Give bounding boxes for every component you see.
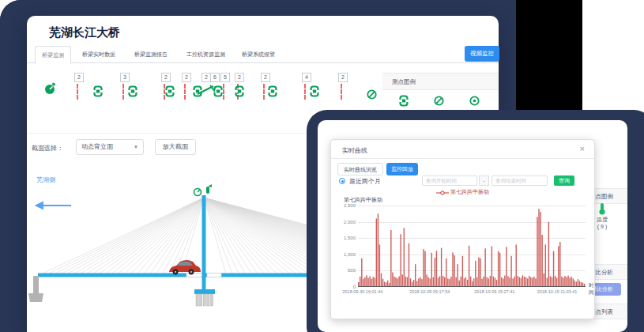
section-select-value: 动态背立面 <box>81 143 113 150</box>
crack-sensor-marker[interactable] <box>122 84 124 100</box>
main-tabbar: 桥梁监测桥梁实时数据桥梁监测报告工控机资源监测桥梁系统报警 <box>27 44 499 63</box>
y-tick-label: 2,500 <box>332 203 356 208</box>
x-tick-label: 2018-10-15 11:03:41 <box>537 289 578 294</box>
video-monitor-button[interactable]: 视频监控 <box>465 46 499 62</box>
main-tab-3[interactable]: 桥梁监测报告 <box>128 46 174 64</box>
range-radio-label: 最近两个月 <box>349 177 381 186</box>
link-sensor-icon[interactable] <box>310 85 319 100</box>
tower-piles <box>196 294 213 306</box>
sensor-count-badge[interactable]: 2 <box>74 73 84 82</box>
sensor-count-badge[interactable]: 5 <box>220 73 230 82</box>
enlarge-section-button[interactable]: 放大截面 <box>155 139 196 155</box>
tab-monitor-playback[interactable]: 监控回放 <box>386 163 418 175</box>
section-select-label: 截面选择： <box>32 144 63 153</box>
gauge-sensor-icon[interactable] <box>44 82 56 98</box>
x-tick-label: 2018-10-05 05:17:54 <box>409 289 450 294</box>
y-tick-label: 1,000 <box>332 252 356 257</box>
link-sensor-icon[interactable] <box>268 85 277 100</box>
crack-sensor-marker[interactable] <box>77 84 78 100</box>
chevron-down-icon: ▼ <box>134 140 138 154</box>
left-pier <box>28 276 43 302</box>
crack-sensor-marker[interactable] <box>263 84 265 100</box>
main-tab-2[interactable]: 桥梁实时数据 <box>76 46 122 64</box>
main-tab-5[interactable]: 桥梁系统报警 <box>235 46 281 64</box>
crack-sensor-marker[interactable] <box>184 84 186 100</box>
black-region <box>516 0 582 110</box>
car <box>169 260 201 274</box>
legend-ring-icon[interactable] <box>469 95 480 109</box>
crack-sensor-marker[interactable] <box>304 84 306 100</box>
deck-gap-left <box>186 274 202 277</box>
link-sensor-icon[interactable] <box>128 85 137 100</box>
ban-sensor-icon[interactable] <box>367 89 377 103</box>
x-axis-title: 时间 <box>589 282 594 296</box>
x-axis-line <box>358 286 586 287</box>
sensor-count-badge[interactable]: 3 <box>120 73 130 82</box>
link-sensor-icon[interactable] <box>93 85 103 100</box>
screenshot-stage: 芜湖长江大桥 桥梁监测桥梁实时数据桥梁监测报告工控机资源监测桥梁系统报警 视频监… <box>0 0 644 332</box>
sensor-count-badge[interactable]: 2 <box>261 73 270 82</box>
sensor-count-badge[interactable]: 2 <box>338 73 348 82</box>
sensor-count-badge[interactable]: 6 <box>210 73 220 82</box>
query-button[interactable]: 查询 <box>554 175 574 186</box>
deck-gap-right <box>207 274 221 277</box>
x-tick-label: 2018-09-30 16:01:44 <box>342 289 382 294</box>
dialog-title: 实时曲线 <box>342 146 367 155</box>
tab-realtime-curve[interactable]: 实时曲线浏览 <box>337 163 383 175</box>
y-tick-label: 500 <box>332 268 356 273</box>
x-tick-label: 2018-10-09 15:27:41 <box>474 289 514 294</box>
y-tick-label: 2,000 <box>332 220 356 224</box>
main-tab-1[interactable]: 桥梁监测 <box>35 46 71 64</box>
chart-plot-area: 2,5002,0001,5001,0005000 2018-09-30 16:0… <box>358 206 586 287</box>
joint-sensor-icon[interactable] <box>196 84 217 100</box>
y-tick-label: 1,500 <box>332 236 356 240</box>
dialog-header: 实时曲线 × <box>331 140 594 159</box>
link-sensor-icon[interactable] <box>165 85 175 100</box>
legend-panel-header: 测点图例 <box>382 73 499 90</box>
range-radio[interactable] <box>339 178 345 184</box>
bridge-tower[interactable] <box>202 195 206 291</box>
link-sensor-icon[interactable] <box>235 85 244 100</box>
end-time-input[interactable] <box>491 175 548 186</box>
sensor-count-badge[interactable]: 2 <box>235 73 244 82</box>
page-title: 芜湖长江大桥 <box>49 25 120 40</box>
sensor-count-badge[interactable]: 2 <box>161 73 171 82</box>
tower-foundation-cap <box>194 289 215 294</box>
tower-top-sensor-icon[interactable] <box>206 184 212 194</box>
close-icon[interactable]: × <box>580 144 585 153</box>
sensor-count-badge[interactable]: 2 <box>182 73 191 82</box>
wind-sensor-icon[interactable] <box>194 189 201 196</box>
start-time-input[interactable] <box>422 175 477 186</box>
realtime-curve-dialog: 实时曲线 × 实时曲线浏览 监控回放 最近两个月 - 查询 第七跨跨中振动 第七… <box>330 139 595 319</box>
legend-link-icon[interactable] <box>399 95 409 110</box>
vibration-series <box>358 206 586 287</box>
thermometer-icon <box>597 202 607 215</box>
crack-sensor-marker[interactable] <box>341 84 342 100</box>
legend-ban-icon[interactable] <box>434 95 444 109</box>
legend-marker-icon <box>436 191 449 195</box>
side-arrow <box>36 202 71 209</box>
crack-sensor-marker[interactable] <box>223 84 224 100</box>
section-select-dropdown[interactable]: 动态背立面 ▼ <box>76 139 144 155</box>
chart-legend[interactable]: 第七跨跨中振动 <box>331 188 594 196</box>
range-separator: - <box>479 175 489 186</box>
main-tab-4[interactable]: 工控机资源监测 <box>180 46 232 64</box>
sensor-count-badge[interactable]: 4 <box>302 73 311 82</box>
